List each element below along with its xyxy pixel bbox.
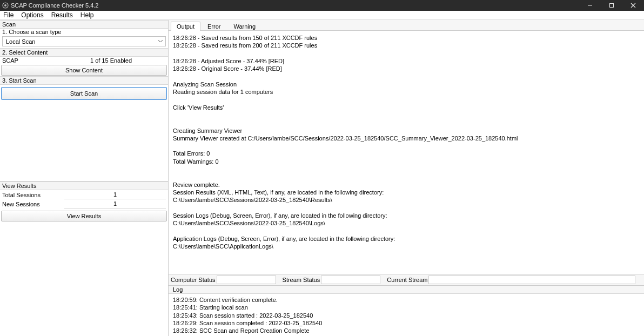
current-stream-value [428,275,635,284]
computer-status-value [217,275,276,284]
scan-header: Scan [0,20,168,29]
close-button[interactable] [622,0,644,11]
total-sessions-value: 1 [64,190,166,199]
show-content-label: Show Content [65,67,103,73]
computer-status-label: Computer Status [171,277,216,283]
svg-rect-3 [610,4,614,8]
log-textarea[interactable]: 18:20:59: Content verification complete.… [169,294,644,336]
maximize-button[interactable] [601,0,622,11]
output-tabs: Output Error Warning [169,20,644,31]
app-icon [2,2,9,9]
stream-status-value [321,275,380,284]
new-sessions-row: New Sessions 1 [0,199,168,209]
tab-output-label: Output [177,23,194,30]
current-stream-label: Current Stream [387,277,427,283]
titlebar: SCAP Compliance Checker 5.4.2 [0,0,644,11]
left-panel: Scan 1. Choose a scan type Local Scan 2.… [0,20,169,336]
show-content-button[interactable]: Show Content [1,65,167,76]
scan-type-value: Local Scan [6,38,35,45]
chevron-down-icon [157,38,164,45]
scan-type-select[interactable]: Local Scan [2,36,166,46]
step-choose-type: 1. Choose a scan type [0,29,168,36]
output-textarea[interactable]: 18:26:28 - Saved results from 150 of 211… [169,31,644,274]
total-sessions-row: Total Sessions 1 [0,190,168,199]
content-row: SCAP 1 of 15 Enabled [0,57,168,64]
view-results-header: View Results [0,182,168,190]
content-label: SCAP [2,57,56,64]
menu-options[interactable]: Options [21,11,43,19]
minimize-button[interactable] [579,0,601,11]
stream-status-label: Stream Status [283,277,320,283]
new-sessions-label: New Sessions [2,201,64,207]
window-title: SCAP Compliance Checker 5.4.2 [11,2,98,9]
tab-warning[interactable]: Warning [227,22,261,31]
new-sessions-value: 1 [64,199,166,209]
view-results-button[interactable]: View Results [1,211,167,221]
tab-output[interactable]: Output [171,22,200,31]
menu-help[interactable]: Help [81,11,94,19]
tab-error[interactable]: Error [202,22,226,31]
log-header: Log [169,286,644,294]
menubar: File Options Results Help [0,11,644,20]
menu-file[interactable]: File [3,11,14,19]
menu-results[interactable]: Results [51,11,73,19]
tab-warning-label: Warning [233,23,256,30]
step-select-content: 2. Select Content [0,48,168,57]
total-sessions-label: Total Sessions [2,192,64,198]
status-strip: Computer Status Stream Status Current St… [169,274,644,286]
right-panel: Output Error Warning 18:26:28 - Saved re… [169,20,644,336]
view-results-button-label: View Results [67,213,101,219]
tab-error-label: Error [207,23,220,30]
content-enabled-count: 1 of 15 Enabled [56,57,166,64]
start-scan-button[interactable]: Start Scan [1,87,167,100]
start-scan-label: Start Scan [70,90,98,97]
step-start-scan: 3. Start Scan [0,76,168,85]
svg-point-1 [4,4,6,6]
